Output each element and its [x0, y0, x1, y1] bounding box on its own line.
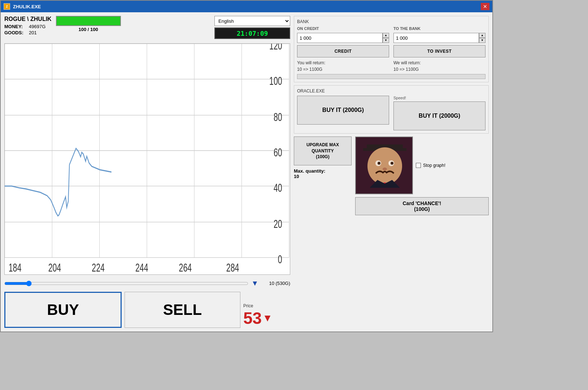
price-direction: ▼ — [262, 312, 273, 324]
quantity-slider[interactable] — [4, 280, 248, 287]
you-will-return-value: 10 => 1100G — [297, 67, 322, 72]
player-details: ROGUE \ ZHULIK MONEY: 49697G GOODS: 201 — [4, 16, 52, 36]
char-options: Stop graph! — [416, 163, 445, 168]
oracle-buy-button[interactable]: BUY IT (2000G) — [297, 96, 389, 125]
svg-point-35 — [383, 168, 387, 170]
svg-text:264: 264 — [179, 261, 192, 274]
svg-text:80: 80 — [274, 111, 282, 124]
app-icon: Z — [4, 3, 10, 10]
right-panel: BANK ON CREDIT ▲ ▼ CREDIT — [294, 16, 489, 328]
player-name: ROGUE \ ZHULIK — [4, 16, 52, 22]
price-box: Price 53▼ — [243, 292, 290, 328]
main-content: ROGUE \ ZHULIK MONEY: 49697G GOODS: 201 … — [1, 12, 492, 332]
chance-button-label: Card 'CHANCE'!(100G) — [403, 200, 441, 212]
buy-button[interactable]: BUY — [4, 292, 122, 328]
upgrade-section: UPGRADE MAXQUANTITY(100G) Max. quantity:… — [294, 136, 352, 215]
oracle-section: ORACLE.EXE BUY IT (2000G) Speed! BUY IT … — [294, 85, 489, 134]
invest-button[interactable]: TO INVEST — [393, 45, 485, 57]
svg-text:204: 204 — [48, 261, 61, 274]
chance-button[interactable]: Card 'CHANCE'!(100G) — [355, 197, 489, 215]
max-qty-label: Max. quantity: — [294, 168, 325, 174]
lang-timer: English Russian 21:07:09 — [214, 16, 290, 39]
sell-button[interactable]: SELL — [125, 292, 240, 328]
you-will-return: You will return: 10 => 1100G — [297, 60, 389, 73]
max-qty-value: 10 — [294, 174, 299, 179]
speed-buy-button[interactable]: BUY IT (2000G) — [393, 101, 485, 130]
health-bar — [56, 16, 121, 26]
money-label: MONEY: — [4, 24, 26, 29]
invest-col: TO THE BANK ▲ ▼ TO INVEST We will return… — [393, 26, 485, 73]
credit-up[interactable]: ▲ — [383, 33, 389, 38]
invest-up[interactable]: ▲ — [479, 33, 485, 38]
goods-value: 201 — [29, 30, 37, 35]
player-info: ROGUE \ ZHULIK MONEY: 49697G GOODS: 201 … — [4, 16, 290, 39]
on-credit-label: ON CREDIT — [297, 26, 389, 31]
health-bar-container: 100 / 100 — [56, 16, 121, 32]
slider-area: ▼ 10 (530G) — [4, 278, 290, 289]
stop-graph-label: Stop graph! — [423, 163, 445, 168]
svg-text:60: 60 — [274, 146, 282, 159]
svg-point-30 — [367, 147, 402, 185]
svg-text:184: 184 — [9, 261, 22, 274]
bottom-right: UPGRADE MAXQUANTITY(100G) Max. quantity:… — [294, 136, 489, 215]
bank-row: ON CREDIT ▲ ▼ CREDIT You will return: 10… — [297, 26, 485, 73]
we-will-return: We will return: 10 => 1100G — [393, 60, 485, 73]
stop-graph-row: Stop graph! — [416, 163, 445, 168]
close-button[interactable]: ✕ — [481, 3, 489, 10]
bank-title: BANK — [297, 19, 485, 24]
left-panel: ROGUE \ ZHULIK MONEY: 49697G GOODS: 201 … — [4, 16, 290, 328]
svg-text:100: 100 — [269, 75, 282, 87]
invest-spinner: ▲ ▼ — [479, 33, 485, 43]
credit-spinner: ▲ ▼ — [383, 33, 389, 43]
language-dropdown[interactable]: English Russian — [214, 16, 290, 26]
credit-col: ON CREDIT ▲ ▼ CREDIT You will return: 10… — [297, 26, 389, 73]
invest-input-wrapper: ▲ ▼ — [393, 33, 485, 43]
we-will-return-label: We will return: — [393, 60, 421, 65]
svg-text:40: 40 — [274, 182, 282, 194]
oracle-title: ORACLE.EXE — [297, 88, 485, 94]
upgrade-button[interactable]: UPGRADE MAXQUANTITY(100G) — [294, 136, 352, 165]
speed-col: Speed! BUY IT (2000G) — [393, 96, 485, 130]
character-section: Stop graph! Card 'CHANCE'!(100G) — [355, 136, 489, 215]
timer-display: 21:07:09 — [214, 27, 290, 39]
slider-value: 10 (530G) — [261, 281, 290, 286]
max-quantity: Max. quantity: 10 — [294, 168, 352, 179]
title-bar-left: Z ZHULIK.EXE — [4, 3, 41, 10]
oracle-row: BUY IT (2000G) Speed! BUY IT (2000G) — [297, 96, 485, 130]
price-chart: 120 100 80 60 40 20 0 184 204 224 244 26… — [5, 44, 290, 274]
upgrade-button-label: UPGRADE MAXQUANTITY(100G) — [306, 142, 339, 160]
health-text: 100 / 100 — [79, 27, 98, 32]
price-label: Price — [243, 303, 290, 308]
svg-point-34 — [391, 162, 393, 165]
credit-button[interactable]: CREDIT — [297, 45, 389, 57]
we-will-return-value: 10 => 1100G — [393, 67, 419, 72]
buy-sell-row: BUY SELL Price 53▼ — [4, 292, 290, 328]
title-bar: Z ZHULIK.EXE ✕ — [1, 1, 492, 12]
you-will-return-label: You will return: — [297, 60, 325, 65]
invest-input[interactable] — [393, 33, 479, 43]
speed-label: Speed! — [393, 96, 485, 100]
svg-text:20: 20 — [274, 218, 282, 230]
bank-section: BANK ON CREDIT ▲ ▼ CREDIT — [294, 16, 489, 82]
char-portrait — [355, 136, 413, 194]
to-bank-label: TO THE BANK — [393, 26, 485, 31]
price-value: 53▼ — [243, 308, 290, 328]
oracle-buy-col: BUY IT (2000G) — [297, 96, 389, 130]
credit-input-wrapper: ▲ ▼ — [297, 33, 389, 43]
svg-text:244: 244 — [135, 261, 148, 274]
money-row: MONEY: 49697G — [4, 24, 52, 29]
svg-point-33 — [378, 162, 380, 165]
svg-text:224: 224 — [92, 261, 105, 274]
svg-text:284: 284 — [226, 261, 239, 274]
invest-down[interactable]: ▼ — [479, 38, 485, 43]
credit-down[interactable]: ▼ — [383, 38, 389, 43]
main-window: Z ZHULIK.EXE ✕ ROGUE \ ZHULIK MONEY: 496… — [0, 0, 493, 332]
stop-graph-checkbox[interactable] — [416, 163, 421, 168]
bank-progress-bar — [297, 74, 485, 79]
credit-input[interactable] — [297, 33, 383, 43]
price-number: 53 — [243, 308, 262, 328]
char-top: Stop graph! — [355, 136, 489, 194]
goods-label: GOODS: — [4, 30, 26, 35]
app-title: ZHULIK.EXE — [13, 4, 41, 9]
goods-row: GOODS: 201 — [4, 30, 52, 35]
